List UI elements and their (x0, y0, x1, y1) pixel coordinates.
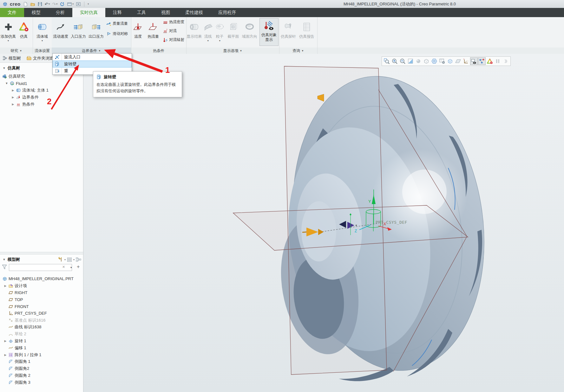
undo-button[interactable]: ↶▾ (45, 2, 50, 6)
inlet-pressure-button[interactable]: 入口压力 (69, 17, 87, 39)
temperature-button[interactable]: 温度 (131, 17, 145, 39)
tab-applications[interactable]: 应用程序 (211, 8, 244, 17)
tree-filters-button[interactable] (67, 257, 72, 262)
heat-flow-button[interactable]: 热流量 (145, 17, 161, 39)
group-label-boundary-conditions[interactable]: 边界条件▼ (52, 48, 131, 54)
simulate-now-button[interactable] (486, 57, 494, 65)
group-label-study[interactable]: 研究▼ (0, 48, 33, 54)
tree-item-offset[interactable]: 偏移 1 (0, 344, 83, 351)
stop-button[interactable] (502, 57, 509, 65)
tree-item-thermal-conditions[interactable]: ▶ 热条件 (0, 101, 83, 108)
filter-funnel-icon[interactable] (2, 264, 7, 270)
zoom-in-button[interactable] (391, 57, 398, 65)
spin-button[interactable] (415, 57, 422, 65)
zoom-window-button[interactable] (383, 57, 390, 65)
tab-view[interactable]: 视图 (154, 8, 178, 17)
fluid-domain-button[interactable]: 流体域 ▾ (33, 17, 51, 42)
ribbon-group-fluid-setup: 流体域 ▾ 流体设置 (33, 17, 52, 54)
new-file-button[interactable] (23, 2, 28, 7)
simulation-report-button[interactable]: 仿真报告 (298, 17, 316, 39)
tree-item-part-root[interactable]: MH48_IMPELLER_ORIGINAL.PRT (0, 275, 83, 282)
show-results-button[interactable]: 显示结果 (186, 17, 202, 39)
chevron-down-icon[interactable]: ▾ (73, 258, 75, 261)
expand-icon: ▶ (11, 96, 15, 99)
flow-velocity-button[interactable]: 流动速度 (52, 17, 69, 39)
tree-item-round-1[interactable]: 倒圆角 1 (0, 358, 83, 365)
simulation-probe-button[interactable]: 仿真探针 (279, 17, 298, 39)
convection-button[interactable]: 2 对流 (163, 28, 184, 34)
simulate-button[interactable]: 仿真 (16, 17, 31, 39)
close-window-button[interactable] (76, 2, 81, 7)
sliding-symmetry-button[interactable]: 滑动对称 (106, 31, 128, 36)
tree-item-plane-top[interactable]: TOP (0, 296, 83, 303)
group-label-display-options[interactable]: 显示选项▼ (186, 48, 279, 54)
tree-item-plane-front[interactable]: FRONT (0, 303, 83, 310)
tab-analysis[interactable]: 分析 (48, 8, 72, 17)
panel-splitter[interactable] (0, 252, 83, 254)
customize-quick-access-button[interactable]: ▾ (88, 3, 89, 5)
round-icon (9, 373, 13, 378)
csys-display-button[interactable]: x/ (462, 57, 470, 65)
heat-flux-density-button[interactable]: 热流密度 (163, 19, 184, 25)
tree-item-curve[interactable]: 曲线 标识1638 (0, 324, 83, 331)
tab-flexible-modeling[interactable]: 柔性建模 (178, 8, 211, 17)
tab-tools[interactable]: 工具 (129, 8, 154, 17)
add-simulation-button[interactable]: 添加仿真 ▾ (0, 17, 16, 42)
chevron-down-icon[interactable]: ▾ (64, 258, 66, 261)
section-plane-button[interactable]: 截平面 (226, 17, 241, 39)
pause-button[interactable] (494, 57, 502, 65)
outlet-pressure-button[interactable]: 出口压力 (87, 17, 105, 39)
pattern-icon (9, 353, 13, 357)
tree-item-design-items[interactable]: ▶ 设计项 (0, 282, 83, 289)
tree-item-fluid-domain[interactable]: ▶ 流体域: 主体 1 (0, 87, 83, 94)
tree-item-round-4[interactable]: 倒圆角 3 (0, 379, 83, 386)
domain-face-orientation-button[interactable]: 域面方向 (241, 17, 258, 39)
add-filter-icon[interactable]: + (77, 264, 80, 270)
tree-item-csys[interactable]: PRT_CSYS_DEF (0, 310, 83, 317)
view-manager-button[interactable] (438, 57, 446, 65)
sim-display-button[interactable] (478, 57, 486, 65)
particles-button[interactable]: 粒子 ▾ (214, 17, 226, 42)
tree-tools-button[interactable] (58, 257, 63, 262)
display-style-button[interactable] (423, 57, 430, 65)
tab-model-tree[interactable]: 模型树 (0, 54, 24, 62)
convection-radiation-icon (163, 37, 168, 42)
window-switch-button[interactable]: ▾ (67, 2, 74, 7)
simulate-icon (19, 20, 29, 34)
regenerate-button[interactable] (60, 2, 65, 7)
tab-annotate[interactable]: 注释 (105, 8, 129, 17)
tree-item-round-3[interactable]: 倒圆角 2 (0, 372, 83, 379)
streamlines-button[interactable]: 流线 ▾ (202, 17, 214, 42)
tree-item-fluid1[interactable]: ▼ Fluid1 (0, 80, 83, 87)
datum-display-button[interactable] (454, 57, 462, 65)
tree-columns-button[interactable] (76, 257, 81, 262)
simulation-objects-display-toggle[interactable]: 仿真对象 显示 (259, 18, 279, 46)
transparent-box-button[interactable] (446, 57, 454, 65)
zoom-out-button[interactable] (399, 57, 406, 65)
tree-item-revolve[interactable]: ▶ 旋转 1 (0, 337, 83, 344)
repaint-button[interactable] (407, 57, 414, 65)
tab-live-simulation[interactable]: 实时仿真 (72, 8, 105, 17)
clear-search-icon[interactable]: ✕ (62, 265, 65, 269)
open-file-button[interactable] (30, 2, 35, 7)
tree-item-datum-points[interactable]: 基准点 标识1616 (0, 317, 83, 324)
group-label-query[interactable]: 查询▼ (279, 48, 317, 54)
tree-item-pattern[interactable]: ▶ 阵列 1 / 拉伸 1 (0, 351, 83, 358)
tree-item-boundary-conditions[interactable]: ▶ 边界条件 (0, 94, 83, 101)
menu-item-swirl-inlet[interactable]: 旋流入口 (53, 54, 132, 61)
tree-item-round-2[interactable]: 倒圆角2 (0, 365, 83, 372)
mass-flow-button[interactable]: 质量流量 (106, 21, 128, 26)
save-button[interactable] (37, 2, 43, 7)
chevron-down-icon[interactable]: ▾ (70, 266, 72, 269)
graphics-area[interactable]: Y X Z PRT_CSYS_DEF x/ (83, 54, 564, 392)
saved-orientations-button[interactable] (430, 57, 438, 65)
tab-model[interactable]: 模型 (24, 8, 48, 17)
tree-item-plane-right[interactable]: RIGHT (0, 289, 83, 296)
annotation-display-button[interactable] (470, 57, 478, 65)
tree-item-sketch[interactable]: 草绘 2 (0, 331, 83, 337)
tab-file[interactable]: 文件 (0, 8, 24, 17)
convection-radiation-button[interactable]: 对流辐射 (163, 37, 184, 42)
menu-item-rotating-wall[interactable]: 旋转壁 (53, 61, 132, 67)
outlet-pressure-icon (91, 20, 101, 34)
redo-button[interactable]: ↷▾ (52, 2, 57, 6)
